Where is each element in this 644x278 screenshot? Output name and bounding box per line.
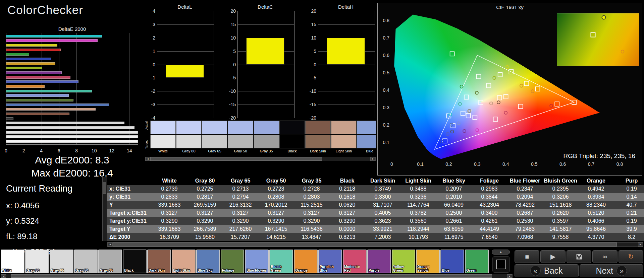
back-button[interactable]: « Back bbox=[515, 264, 579, 277]
target-swatch bbox=[150, 135, 176, 148]
swatch-dark-skin[interactable]: Dark Skin bbox=[147, 250, 171, 273]
chart-plot: 20151050-5-10-15-20 bbox=[237, 11, 294, 118]
scrollbar-thumb[interactable] bbox=[150, 157, 322, 161]
y-tick-label: 20 bbox=[311, 8, 316, 14]
swatch-orange[interactable]: Orange bbox=[294, 250, 318, 273]
save-button[interactable] bbox=[567, 250, 591, 263]
swatch-green[interactable]: Green bbox=[465, 250, 489, 273]
delta-bar bbox=[327, 38, 365, 65]
patch-column-white: White bbox=[150, 121, 176, 154]
scrollbar-thumb[interactable] bbox=[103, 182, 106, 194]
actual-swatch bbox=[279, 121, 305, 134]
y-tick-label: 0.7 bbox=[383, 35, 389, 41]
swatch-label: Orange Yellow bbox=[417, 265, 439, 272]
y-tick-label: 10 bbox=[311, 35, 316, 41]
row-label: Target Y bbox=[107, 225, 152, 233]
patch-strip-scrollbar[interactable]: ◄ ► bbox=[145, 157, 376, 161]
y-tick-label: -10 bbox=[310, 88, 316, 94]
de-bar-yellow-green bbox=[6, 67, 42, 69]
infinity-button[interactable]: ∞ bbox=[592, 250, 617, 263]
y-tick-label: 5 bbox=[233, 49, 236, 54]
y-tick-label: -4 bbox=[151, 115, 155, 121]
column-header-white: White bbox=[152, 177, 187, 185]
swatch-label: Green bbox=[466, 269, 476, 272]
scrollbar-thumb[interactable] bbox=[113, 242, 617, 247]
swatch-black[interactable]: Black bbox=[123, 250, 147, 273]
scroll-left-button[interactable]: ◄ bbox=[1, 274, 6, 278]
swatch-light-skin[interactable]: Light Skin bbox=[172, 250, 196, 273]
current-patch-preview[interactable] bbox=[492, 256, 510, 273]
grid-line bbox=[318, 105, 375, 105]
actual-swatch bbox=[202, 121, 227, 134]
swatch-gray-80[interactable]: Gray 80 bbox=[25, 250, 49, 273]
swatch-gray-50[interactable]: Gray 50 bbox=[74, 250, 98, 273]
scroll-left-button[interactable]: ◄ bbox=[108, 242, 113, 247]
scrollbar-track[interactable] bbox=[6, 274, 507, 278]
table-cell: 15.9580 bbox=[187, 233, 223, 241]
patch-label: Gray 35 bbox=[254, 149, 279, 154]
swatch-orange-yellow[interactable]: Orange Yellow bbox=[416, 250, 440, 273]
scroll-right-button[interactable]: ► bbox=[638, 242, 643, 247]
y-tick-label: -15 bbox=[229, 102, 236, 107]
table-cell: 0.0620 bbox=[329, 201, 365, 209]
stop-button[interactable]: ■ bbox=[515, 250, 539, 263]
swatch-moderate-red[interactable]: Moderate Red bbox=[343, 250, 367, 273]
x-tick-label: 0.8 bbox=[616, 161, 623, 167]
swatch-blue[interactable]: Blue bbox=[440, 250, 464, 273]
actual-swatch bbox=[150, 121, 176, 134]
table-cell: 141.5817 bbox=[543, 225, 578, 233]
de-bar-blue bbox=[6, 58, 51, 60]
swatch-yellow-green[interactable]: Yellow Green bbox=[392, 250, 416, 273]
de-bar-purplish-blue bbox=[6, 80, 78, 83]
chart-plot: 20151050-5-10-15-20 bbox=[318, 11, 375, 118]
table-cell: 31.7107 bbox=[365, 201, 400, 209]
swatch-blue-sky[interactable]: Blue Sky bbox=[196, 250, 220, 273]
swatch-purplish-blue[interactable]: Purplish Blue bbox=[318, 250, 342, 273]
target-swatch bbox=[331, 135, 357, 148]
transport-controls: ■▶∞↻ bbox=[515, 250, 643, 263]
swatch-gray-65[interactable]: Gray 65 bbox=[50, 250, 73, 273]
swatch-foliage[interactable]: Foliage bbox=[221, 250, 245, 273]
scrollbar-track[interactable] bbox=[150, 157, 370, 161]
scrollbar-track[interactable] bbox=[113, 242, 638, 247]
scroll-left-button[interactable]: ◄ bbox=[145, 157, 150, 161]
swatch-white[interactable]: White bbox=[1, 250, 24, 273]
x-tick-label: 0.3 bbox=[474, 161, 480, 167]
row-label: x: CIE31 bbox=[107, 185, 152, 193]
scroll-right-button[interactable]: ► bbox=[370, 157, 375, 161]
delta-bar bbox=[166, 65, 204, 78]
table-cell: 266.7589 bbox=[187, 225, 223, 233]
play-button[interactable]: ▶ bbox=[540, 250, 565, 263]
y-tick-label: 15 bbox=[230, 22, 236, 27]
swatch-purple[interactable]: Purple bbox=[367, 250, 391, 273]
table-cell: 0.3488 bbox=[400, 185, 436, 193]
scroll-right-button[interactable]: ► bbox=[507, 274, 512, 278]
scrollbar-thumb[interactable] bbox=[11, 274, 492, 278]
inset-square-marker bbox=[591, 32, 596, 37]
table-cell: 0.2713 bbox=[223, 185, 258, 193]
swatch-blue-flower[interactable]: Blue Flower bbox=[245, 250, 269, 273]
measured-point-marker bbox=[457, 122, 460, 125]
de-bar-foliage bbox=[6, 99, 73, 101]
loop-button[interactable]: ↻ bbox=[619, 250, 643, 263]
column-header-bluish-green: Bluish Green bbox=[543, 177, 578, 185]
row-label: Target x:CIE31 bbox=[107, 209, 152, 217]
measured-point-marker bbox=[460, 85, 463, 88]
grid-line bbox=[157, 91, 214, 91]
target-square-marker bbox=[519, 104, 523, 109]
table-cell: 0.4005 bbox=[365, 209, 400, 217]
swatch-bluish-green[interactable]: Bluish Green bbox=[269, 250, 293, 273]
patch-column-gray-80: Gray 80 bbox=[176, 121, 202, 154]
chart-deltac: DeltaC20151050-5-10-15-20 bbox=[225, 4, 295, 120]
swatch-gray-35[interactable]: Gray 35 bbox=[98, 250, 122, 273]
target-square-marker bbox=[498, 72, 502, 77]
table-horizontal-scrollbar[interactable]: ◄ ► bbox=[107, 242, 643, 247]
next-button[interactable]: Next » bbox=[580, 264, 644, 277]
swatch-label: Bluish Green bbox=[271, 265, 292, 272]
table-vertical-scrollbar[interactable] bbox=[102, 177, 107, 241]
swatch-bar-scrollbar[interactable]: ◄ ► bbox=[1, 274, 513, 278]
infinity-icon: ∞ bbox=[602, 253, 607, 261]
patch-label: Blue bbox=[357, 149, 376, 154]
scroll-up-button[interactable]: ▲ bbox=[492, 250, 510, 255]
y-tick-label: 0.8 bbox=[383, 18, 389, 23]
